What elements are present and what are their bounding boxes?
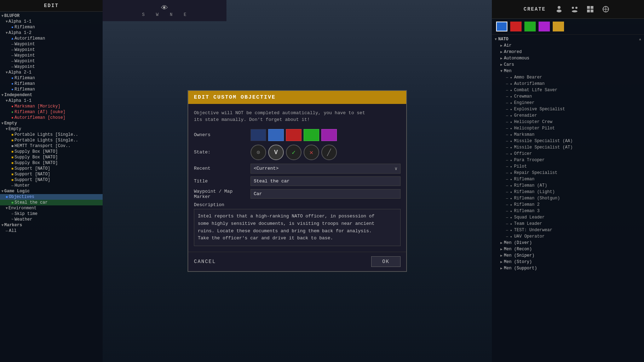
state-icon-check[interactable]: ✓ <box>286 145 301 160</box>
ok-button[interactable]: OK <box>371 256 401 267</box>
tree-rifleman4[interactable]: ● Rifleman <box>0 87 103 92</box>
tree-markers[interactable]: ▼ Markers <box>0 222 103 228</box>
state-icon-x[interactable]: ✕ <box>304 145 319 160</box>
tree-skip-time[interactable]: ○ Skip time <box>0 211 103 217</box>
tree-weather[interactable]: ~ Weather <box>0 217 103 222</box>
tree-blufor[interactable]: ▼ BLUFOR <box>0 13 103 19</box>
waypoint-input[interactable] <box>251 189 401 199</box>
tree-portable1[interactable]: ■ Portable Lights [Single.. <box>0 132 103 138</box>
tree-alpha21[interactable]: ▼ Alpha 2-1 <box>0 70 103 75</box>
tree-alpha11[interactable]: ▼ Alpha 1-1 <box>0 19 103 24</box>
nato-unit-rifleman-light[interactable]: — ● Rifleman (Light) <box>492 189 644 195</box>
create-faction-btn[interactable] <box>584 3 597 16</box>
nato-unit-grenadier[interactable]: — ● Grenadier <box>492 112 644 119</box>
nato-group-autonomous[interactable]: ▶ Autonomous <box>492 55 644 62</box>
tree-gamelogic[interactable]: ▼ Game Logic <box>0 188 103 194</box>
nato-unit-ammo-bearer[interactable]: — ● Ammo Bearer <box>492 74 644 81</box>
tree-alpha12[interactable]: ▼ Alpha 1-2 <box>0 30 103 36</box>
nato-group-men-support[interactable]: ▶ Men (Support) <box>492 265 644 272</box>
swatch-green[interactable] <box>524 22 536 31</box>
tree-rifleman2[interactable]: ● Rifleman <box>0 75 103 81</box>
state-icon-dash[interactable]: ╱ <box>321 145 337 160</box>
tree-independent[interactable]: ▼ Independent <box>0 92 103 98</box>
nato-unit-rifleman[interactable]: — ● Rifleman <box>492 176 644 182</box>
owner-swatch-green[interactable] <box>304 129 319 141</box>
swatch-gold[interactable] <box>553 22 564 31</box>
nato-group-men[interactable]: ▼ Men <box>492 68 644 74</box>
nato-unit-uav-operator[interactable]: — ● UAV Operator <box>492 233 644 240</box>
tree-wp1[interactable]: — Waypoint <box>0 41 103 47</box>
state-icon-clock[interactable]: ⊙ <box>251 145 266 160</box>
state-icon-v[interactable]: V <box>268 145 284 160</box>
nato-unit-helicopter-pilot[interactable]: — ● Helicopter Pilot <box>492 125 644 132</box>
tree-autorifleman[interactable]: ▲ Autorifleman <box>0 36 103 41</box>
tree-wp3[interactable]: — Waypoint <box>0 53 103 58</box>
nato-group-cars[interactable]: ▶ Cars <box>492 62 644 68</box>
owner-swatch-red[interactable] <box>286 129 301 141</box>
nato-unit-missile-at[interactable]: — ● Missile Specialist (AT) <box>492 144 644 151</box>
nato-unit-para-trooper[interactable]: — ● Para Trooper <box>492 157 644 163</box>
nato-group-men-diver[interactable]: ▶ Men (Diver) <box>492 240 644 246</box>
nato-unit-explosive-specialist[interactable]: — ● Explosive Specialist <box>492 106 644 112</box>
tree-marksman[interactable]: ● Marksman [Moricky] <box>0 104 103 109</box>
nato-unit-marksman[interactable]: — ● Marksman <box>492 132 644 138</box>
tree-supplybox3[interactable]: ■ Supply Box [NATO] <box>0 160 103 166</box>
tree-hunter[interactable]: — Hunter <box>0 183 103 188</box>
nato-unit-missile-aa[interactable]: — ● Missile Specialist (AA) <box>492 138 644 144</box>
tree-steal-car[interactable]: ■ Steal the car <box>0 200 103 205</box>
swatch-purple[interactable] <box>539 22 550 31</box>
nato-unit-tree[interactable]: ▼ NATO ▲ ▶ Air ▶ Armored ▶ Autonomous ▶ … <box>492 35 644 362</box>
swatch-red[interactable] <box>510 22 522 31</box>
tree-empty-sub[interactable]: ▼ Empty <box>0 126 103 132</box>
tree-wp4[interactable]: — Waypoint <box>0 58 103 64</box>
tree-portable2[interactable]: ■ Portable Lights [Single.. <box>0 138 103 143</box>
tree-support1[interactable]: ■ Support [NATO] <box>0 166 103 171</box>
cancel-button[interactable]: CANCEL <box>194 259 216 264</box>
nato-unit-autorifleman[interactable]: — ● Autorifleman <box>492 81 644 87</box>
nato-unit-rifleman3[interactable]: — ● Rifleman 3 <box>492 208 644 214</box>
tree-support2[interactable]: ■ Support [NATO] <box>0 171 103 177</box>
nato-unit-repair-specialist[interactable]: — ● Repair Specialist <box>492 170 644 176</box>
nato-group-air[interactable]: ▶ Air <box>492 42 644 49</box>
tree-autorifleman2[interactable]: ● Autorifleman [chose] <box>0 115 103 121</box>
nato-group-men-sniper[interactable]: ▶ Men (Sniper) <box>492 252 644 259</box>
tree-empty[interactable]: ▼ Empty <box>0 121 103 126</box>
nato-unit-helicopter-crew[interactable]: — ● Helicopter Crew <box>492 119 644 125</box>
owner-swatch-empty[interactable] <box>251 129 266 141</box>
nato-unit-crewman[interactable]: — ● Crewman <box>492 93 644 100</box>
nato-unit-pilot[interactable]: — ● Pilot <box>492 163 644 170</box>
tree-rifleman3[interactable]: ● Rifleman <box>0 81 103 87</box>
tree-hemtt[interactable]: ■ HEMTT Transport [Cov.. <box>0 143 103 149</box>
nato-unit-rifleman-at[interactable]: — ● Rifleman (AT) <box>492 182 644 189</box>
nato-unit-rifleman-shotgun[interactable]: — ● Rifleman (Shotgun) <box>492 195 644 202</box>
tree-rifleman1[interactable]: ● Rifleman <box>0 24 103 30</box>
tree-objectives[interactable]: ■ Objectives <box>0 194 103 200</box>
create-group-btn[interactable] <box>568 3 581 16</box>
nato-group-armored[interactable]: ▶ Armored <box>492 49 644 55</box>
nato-unit-officer[interactable]: — ● Officer <box>492 151 644 157</box>
tree-supplybox1[interactable]: ■ Supply Box [NATO] <box>0 149 103 154</box>
tree-wp5[interactable]: — Waypoint <box>0 64 103 70</box>
nato-unit-engineer[interactable]: — ● Engineer <box>492 100 644 106</box>
tree-rifleman-at[interactable]: ● Rifleman (AT) [ouke] <box>0 109 103 115</box>
nato-unit-test-underwear[interactable]: — ● TEST: Underwear <box>492 227 644 233</box>
tree-supplybox2[interactable]: ■ Supply Box [NATO] <box>0 154 103 160</box>
nato-group-men-story[interactable]: ▶ Men (Story) <box>492 259 644 265</box>
tree-all[interactable]: — All <box>0 228 103 234</box>
swatch-blue[interactable] <box>496 22 507 31</box>
tree-environment[interactable]: ▼ Environment <box>0 205 103 211</box>
nato-unit-team-leader[interactable]: — ● Team Leader <box>492 221 644 227</box>
title-input[interactable] <box>251 176 401 186</box>
nato-unit-rifleman2[interactable]: — ● Rifleman 2 <box>492 202 644 208</box>
owner-swatch-purple[interactable] <box>321 129 337 141</box>
nato-unit-combat-life-saver[interactable]: — ● Combat Life Saver <box>492 87 644 93</box>
description-text[interactable]: Intel reports that a high-ranking NATO o… <box>194 209 401 246</box>
tree-wp2[interactable]: — Waypoint <box>0 47 103 53</box>
tree-support3[interactable]: ■ Support [NATO] <box>0 177 103 183</box>
nato-group-nato[interactable]: ▼ NATO ▲ <box>492 36 644 42</box>
entity-tree[interactable]: ▼ BLUFOR ▼ Alpha 1-1 ● Rifleman ▼ Alpha … <box>0 12 103 362</box>
nato-unit-squad-leader[interactable]: — ● Squad Leader <box>492 214 644 221</box>
create-crosshair-btn[interactable] <box>599 3 612 16</box>
create-person-btn[interactable] <box>553 3 565 16</box>
recent-select[interactable]: <Current> ∨ <box>251 164 401 174</box>
